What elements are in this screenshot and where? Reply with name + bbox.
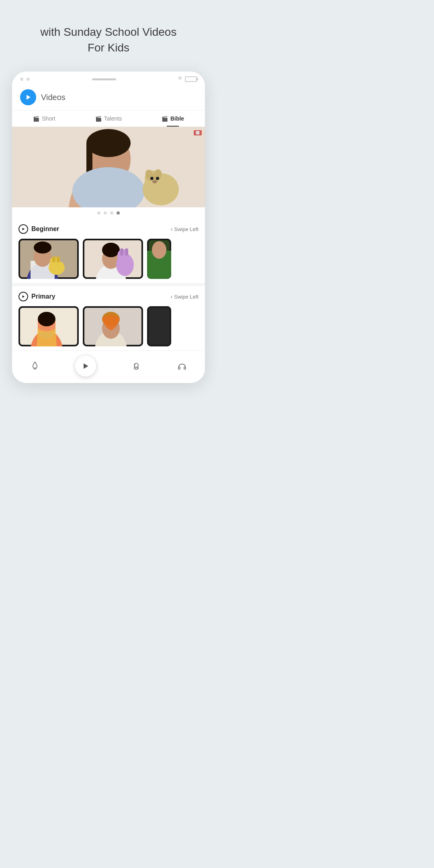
tab-talents-icon: 🎬 [95, 116, 102, 122]
svg-rect-34 [125, 248, 128, 256]
beginner-section: Beginner ‹ Swipe Left [12, 219, 205, 283]
beginner-video-list [18, 239, 199, 279]
chevron-left-icon: ‹ [171, 226, 173, 232]
page-wrapper: with Sunday School Videos For Kids Video… [0, 0, 217, 434]
carousel-dot-2[interactable] [104, 211, 107, 215]
primary-video-1[interactable] [18, 306, 79, 346]
nav-mind[interactable] [131, 360, 142, 372]
tab-bible-label: Bible [170, 115, 184, 122]
svg-point-30 [102, 243, 120, 257]
phone-dot-2 [27, 78, 30, 81]
svg-point-13 [156, 177, 159, 180]
svg-rect-33 [120, 248, 123, 256]
carousel-dot-1[interactable] [97, 211, 100, 215]
tab-short-label: Short [42, 115, 55, 122]
svg-rect-56 [178, 367, 180, 369]
svg-marker-54 [84, 364, 88, 369]
main-video-showcase[interactable]: ⬜ [12, 127, 205, 207]
carousel-dot-4[interactable] [117, 211, 120, 215]
tab-talents[interactable]: 🎬 Talents [76, 111, 141, 127]
page-heading: with Sunday School Videos For Kids [16, 24, 201, 55]
carousel-dots [12, 207, 205, 219]
main-video-person-svg [12, 127, 205, 207]
app-header: Videos [12, 85, 205, 111]
phone-frame: Videos 🎬 Short 🎬 Talents 🎬 Bible [12, 72, 205, 383]
brain-icon [131, 360, 142, 372]
primary-section-header: Primary ‹ Swipe Left [18, 292, 199, 301]
tab-bible-icon: 🎬 [162, 116, 168, 122]
nav-trending[interactable] [29, 360, 41, 372]
svg-point-12 [150, 177, 154, 180]
svg-marker-0 [27, 95, 31, 100]
svg-rect-57 [184, 367, 186, 369]
beginner-label: Beginner [31, 225, 59, 233]
primary-play-icon[interactable] [18, 292, 28, 301]
tab-short-icon: 🎬 [33, 116, 39, 122]
svg-rect-25 [57, 256, 60, 262]
tabs-bar: 🎬 Short 🎬 Talents 🎬 Bible [12, 111, 205, 127]
beginner-video-3[interactable] [147, 239, 171, 279]
carousel-dot-3[interactable] [110, 211, 113, 215]
svg-marker-15 [23, 228, 25, 230]
primary-section: Primary ‹ Swipe Left [12, 286, 205, 350]
primary-video-2[interactable] [83, 306, 143, 346]
flame-icon [29, 360, 41, 372]
phone-battery [185, 76, 197, 82]
page-header: with Sunday School Videos For Kids [0, 0, 217, 68]
svg-point-14 [152, 180, 157, 183]
phone-pill [92, 78, 116, 80]
app-title: Videos [41, 93, 66, 102]
section-divider-1 [12, 283, 205, 286]
bottom-nav [12, 350, 205, 383]
primary-swipe-label: Swipe Left [174, 294, 199, 300]
phone-top-bar [12, 72, 205, 85]
svg-rect-53 [149, 308, 170, 345]
svg-point-45 [38, 312, 55, 326]
phone-dot-3 [178, 76, 182, 80]
beginner-swipe-label: Swipe Left [174, 226, 199, 232]
headphones-icon [176, 360, 188, 372]
tab-talents-label: Talents [104, 115, 122, 122]
beginner-video-1[interactable] [18, 239, 79, 279]
heading-line1: with Sunday School Videos [41, 26, 177, 38]
svg-point-21 [34, 242, 51, 254]
video-watermark: ⬜ [194, 130, 202, 135]
beginner-swipe-left[interactable]: ‹ Swipe Left [171, 226, 199, 232]
svg-point-38 [152, 241, 166, 259]
beginner-title-group: Beginner [18, 224, 59, 234]
svg-rect-24 [52, 256, 55, 262]
fab-play-button[interactable] [75, 356, 96, 377]
svg-point-5 [86, 129, 131, 157]
phone-dot-1 [20, 78, 23, 81]
beginner-section-header: Beginner ‹ Swipe Left [18, 224, 199, 234]
primary-swipe-left[interactable]: ‹ Swipe Left [171, 293, 199, 300]
heading-line2: For Kids [88, 41, 129, 54]
app-logo-play-button[interactable] [20, 89, 36, 105]
primary-label: Primary [31, 293, 55, 300]
tab-bible[interactable]: 🎬 Bible [141, 111, 205, 127]
primary-chevron-left-icon: ‹ [171, 293, 173, 300]
primary-video-3[interactable] [147, 306, 171, 346]
primary-video-list [18, 306, 199, 346]
beginner-video-2[interactable] [83, 239, 143, 279]
tab-short[interactable]: 🎬 Short [12, 111, 76, 127]
primary-title-group: Primary [18, 292, 55, 301]
svg-marker-39 [23, 295, 25, 298]
nav-audio[interactable] [176, 360, 188, 372]
beginner-play-icon[interactable] [18, 224, 28, 234]
